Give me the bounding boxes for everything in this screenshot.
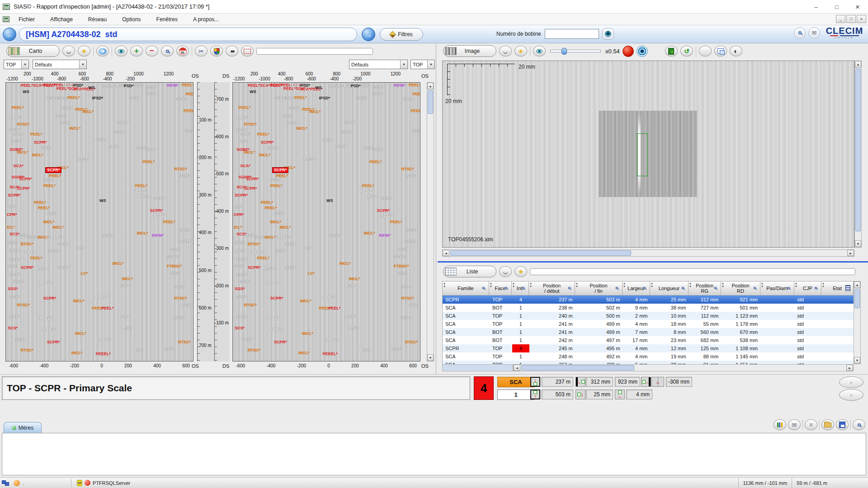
defect-label[interactable]: SCA* [137, 146, 147, 150]
defect-label[interactable]: RTSC* [17, 303, 30, 307]
defect-label[interactable]: SCA* [176, 97, 187, 101]
defect-label[interactable]: SCA* [242, 338, 253, 342]
defect-label[interactable]: SCA* [146, 85, 157, 89]
carto-panel-button[interactable]: Carto [6, 45, 60, 57]
hide-panel-button[interactable]: ◡ [62, 46, 75, 56]
defect-label[interactable]: LC* [81, 272, 88, 276]
defect-label[interactable]: PEEL* [185, 92, 193, 96]
defect-label[interactable]: INCL* [302, 332, 313, 336]
defect-label[interactable]: INCL* [270, 220, 282, 224]
defect-label[interactable]: BSA* [133, 348, 144, 352]
column-header[interactable]: Pas/Diam [760, 281, 794, 296]
defect-label[interactable]: ICL* [7, 225, 15, 230]
carto-map-right[interactable]: PEEL*SCA*PEEL*SCA*PEEL*TESC*TEXE*WSPSD*P… [232, 82, 420, 361]
defect-label[interactable]: SCA* [8, 241, 18, 245]
table-row[interactable]: SCPRTOP4237 m503 m4 mm25 mm312 mm921 mms… [443, 296, 854, 304]
defect-label[interactable]: SCA* [60, 121, 71, 125]
defect-label[interactable]: PEEL* [38, 206, 50, 210]
column-header[interactable]: Etat [821, 281, 854, 296]
defect-label[interactable]: SCA* [236, 128, 247, 132]
back-button[interactable]: ← [3, 28, 16, 41]
defect-label[interactable]: SCA* [133, 84, 144, 88]
defect-label[interactable]: PEEL* [99, 338, 112, 342]
defect-label[interactable]: INCL* [83, 110, 94, 114]
defect-label[interactable]: FTBSC* [394, 264, 409, 268]
defect-label[interactable]: SCAT* [405, 239, 417, 244]
defect-label[interactable]: IPSD* [92, 96, 103, 100]
defect-label[interactable]: PEEL* [163, 220, 175, 224]
defect-label[interactable]: PEEL* [267, 316, 279, 320]
defect-label[interactable]: PEEL* [390, 220, 402, 224]
minimize-button[interactable]: – [806, 0, 826, 14]
defect-label[interactable]: PEEL* [49, 174, 61, 178]
defect-label[interactable]: INCL* [364, 231, 375, 235]
table-horizontal-scrollbar[interactable]: ◄ ► [513, 364, 854, 371]
defect-label[interactable]: PEEL* [360, 189, 373, 193]
defect-label[interactable]: PEEL* [9, 116, 22, 120]
defect-label[interactable]: SCA* [407, 174, 417, 178]
defect-label[interactable]: PEEL* [184, 109, 193, 113]
defect-label[interactable]: SCA* [285, 266, 296, 270]
defect-label[interactable]: ICL* [234, 225, 242, 230]
defect-label[interactable]: RTSZ* [36, 267, 48, 271]
defect-label[interactable]: INCL* [349, 277, 360, 281]
defect-label[interactable]: SCA* [9, 258, 20, 262]
defect-label[interactable]: SCA* [14, 132, 24, 136]
defect-label[interactable]: SCA* [238, 139, 249, 143]
goto-button[interactable]: ➜ [96, 46, 109, 56]
column-header[interactable]: Position/ fin [575, 281, 623, 296]
mdi-minimize-button[interactable]: _ [836, 15, 845, 23]
defect-label[interactable]: BSA* [360, 348, 371, 352]
defect-label[interactable]: SCA* [285, 96, 296, 100]
defect-label[interactable]: INCL* [17, 150, 28, 155]
defect-label[interactable]: FTBSC* [167, 264, 182, 268]
defect-label[interactable]: LC* [304, 246, 311, 250]
defect-label[interactable]: INCL* [244, 150, 255, 155]
defect-label[interactable]: PEEL* [34, 201, 46, 205]
view-button[interactable] [115, 46, 127, 56]
defect-label[interactable]: SCA* [96, 138, 106, 142]
defect-label[interactable]: LC* [77, 246, 84, 250]
defect-label[interactable]: SCAT* [154, 197, 166, 201]
defect-label[interactable]: PEEL* [409, 83, 420, 87]
table-vertical-scrollbar[interactable]: ▲ ▼ [854, 281, 861, 364]
defect-label[interactable]: PEEL* [295, 96, 307, 100]
defect-label[interactable]: SCA* [103, 84, 113, 89]
defect-label[interactable]: CA* [235, 205, 242, 209]
defect-label[interactable]: PEEL* [133, 189, 146, 193]
defect-label[interactable]: SCPR* [17, 187, 30, 191]
defect-label[interactable]: SCA* [236, 258, 247, 262]
defect-label[interactable]: SCA* [236, 273, 247, 277]
defect-label[interactable]: SCA* [47, 211, 57, 216]
table-row[interactable]: SCATOP1240 m500 m2 mm10 mm112 mm1 123 mm… [443, 312, 854, 320]
defect-label[interactable]: RTSC* [244, 303, 257, 307]
export-button[interactable] [665, 46, 678, 56]
mail-button[interactable]: ✉ [808, 27, 820, 39]
defect-label[interactable]: CPR* [234, 213, 244, 217]
defect-label[interactable]: SCA2* [167, 255, 179, 259]
defect-label[interactable]: SCA* [103, 234, 113, 238]
defect-label[interactable]: SCS* [236, 232, 246, 236]
defect-label[interactable]: SCA* [407, 228, 417, 232]
defect-label[interactable]: SCA* [412, 129, 420, 133]
status-ball-icon[interactable] [14, 480, 20, 486]
defect-label[interactable]: SCA* [146, 92, 157, 96]
face-select-right[interactable]: TOP ▼ [410, 60, 435, 69]
defect-label[interactable]: INCL* [75, 332, 86, 336]
defect-label[interactable]: SCA* [409, 303, 419, 307]
zoom-in-button[interactable]: + [130, 46, 143, 56]
hide-list-button[interactable]: ◡ [499, 266, 512, 277]
defect-family-button[interactable]: SCA [497, 377, 534, 387]
scroll-right-button[interactable]: ► [847, 250, 854, 256]
defect-label[interactable]: SCA* [15, 338, 26, 342]
defect-label[interactable]: PEEL* [369, 160, 382, 164]
table-row[interactable]: SCABOT1242 m497 m17 mm23 mm682 mm538 mms… [443, 336, 854, 344]
image-vertical-scrollbar[interactable]: ▲ ▼ [854, 61, 862, 248]
defect-label[interactable]: SCA* [373, 148, 384, 152]
table-row[interactable]: SCATOP1248 m492 m4 mm19 mm88 mm1 145 mms… [443, 352, 854, 361]
defect-label[interactable]: SCA* [241, 280, 251, 284]
defect-label[interactable]: INCL* [340, 262, 351, 266]
image-horizontal-scrollbar[interactable]: ◄ ► [442, 249, 854, 257]
defect-label[interactable]: SCPR* [150, 209, 163, 213]
stats-button[interactable] [774, 419, 786, 430]
